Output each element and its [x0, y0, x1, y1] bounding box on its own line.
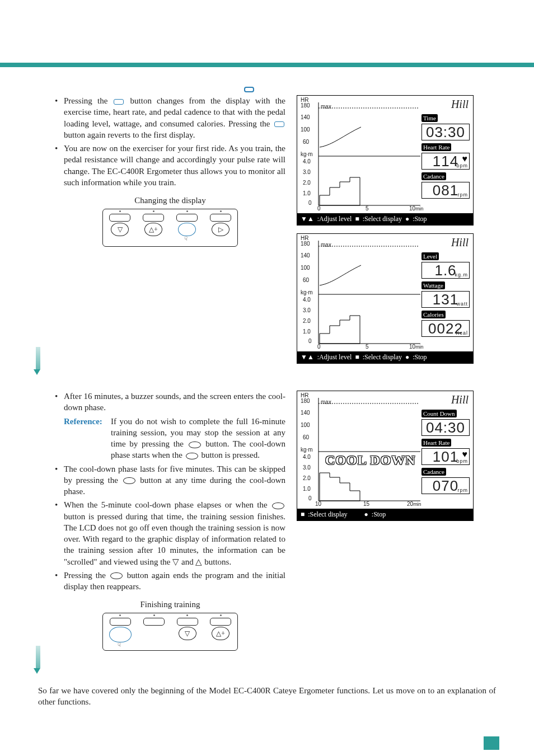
bar-key	[143, 214, 164, 222]
bar-key	[210, 618, 231, 626]
up-triangle-icon: △	[195, 557, 202, 566]
down-triangle-icon: ▽	[172, 557, 179, 566]
lcd-mode: Hill	[451, 236, 469, 249]
lcd-panel-2: HR 180 max 140 100 60 kg·m 4.0 3.0 2.0 1…	[297, 233, 474, 364]
header-rule	[0, 63, 534, 67]
display-button-icon	[244, 87, 254, 92]
lcd-panel-1: HR 180 max 140 100 60 kg·m 4.0 3.0 2.0 1…	[297, 95, 474, 226]
reference-label: Reference:	[64, 416, 111, 461]
bar-key	[177, 618, 198, 626]
select-key: ☟	[178, 223, 196, 236]
lcd-footer-bar: ▼▲:Adjust level ■:Select display ●:Stop	[297, 351, 473, 363]
keypad-diagram-b: ☟ ▽ △+	[102, 613, 238, 651]
play-key: ▷	[212, 223, 229, 236]
bullet-list-b: •After 16 minutes, a buzzer sounds, and …	[55, 391, 285, 592]
display-button-inline-icon	[114, 99, 124, 105]
page-tab	[484, 736, 499, 750]
lcd-panel-3: COOL DOWN HR 180 max 140 100 60 kg·m 4.0…	[297, 391, 474, 521]
down-key: ▽	[179, 627, 196, 640]
stop-button-inline-icon	[110, 572, 123, 579]
heart-icon: ♥	[462, 154, 469, 163]
lcd-graph-svg	[299, 236, 423, 348]
lcd-stats: Time 03:30 Heart Rate 114♥bpm Cadance 08…	[421, 112, 470, 199]
main-key: ☟	[109, 627, 132, 642]
down-key: ▽	[111, 223, 129, 236]
lcd-graph-svg	[299, 98, 423, 210]
lcd-graph-svg	[299, 393, 423, 505]
progress-arrow-2-tip	[34, 668, 40, 674]
stop-button-inline-icon	[186, 453, 198, 459]
stop-button-inline-icon	[123, 477, 135, 484]
bar-key	[143, 618, 165, 626]
progress-arrow-tip	[34, 369, 40, 375]
lcd-footer-bar: ■:Select display ●:Stop	[297, 509, 473, 520]
caption-finishing-training: Finishing training	[55, 600, 285, 609]
bar-key	[176, 214, 198, 222]
lcd-stats: Level 1.6kg.m Wattage 131watt Calories 0…	[421, 251, 470, 337]
lcd-mode: Hill	[451, 98, 469, 111]
lcd-footer-bar: ▼▲:Adjust level ■:Select display ●:Stop	[297, 213, 473, 225]
footer-paragraph: So far we have covered only the beginnin…	[38, 685, 496, 708]
bar-key	[110, 618, 131, 626]
cool-down-banner: COOL DOWN	[325, 453, 416, 468]
heart-icon: ♥	[462, 450, 469, 459]
bullet-list-a: • Pressing the button changes from the d…	[55, 95, 285, 188]
up-key: △+	[144, 223, 162, 236]
bar-key	[109, 214, 130, 222]
display-button-inline-icon	[274, 121, 284, 127]
caption-changing-display: Changing the display	[55, 196, 285, 205]
lcd-stats: Count Down 04:30 Heart Rate 101♥bpm Cada…	[421, 408, 470, 494]
stop-button-inline-icon	[189, 442, 201, 448]
stop-button-inline-icon	[272, 503, 284, 509]
progress-arrow-2	[36, 646, 40, 668]
bar-key	[210, 214, 231, 222]
up-key: △+	[212, 627, 229, 640]
keypad-diagram-a: ▽ △+ ☟ ▷	[102, 209, 238, 247]
lcd-mode: Hill	[451, 393, 469, 406]
